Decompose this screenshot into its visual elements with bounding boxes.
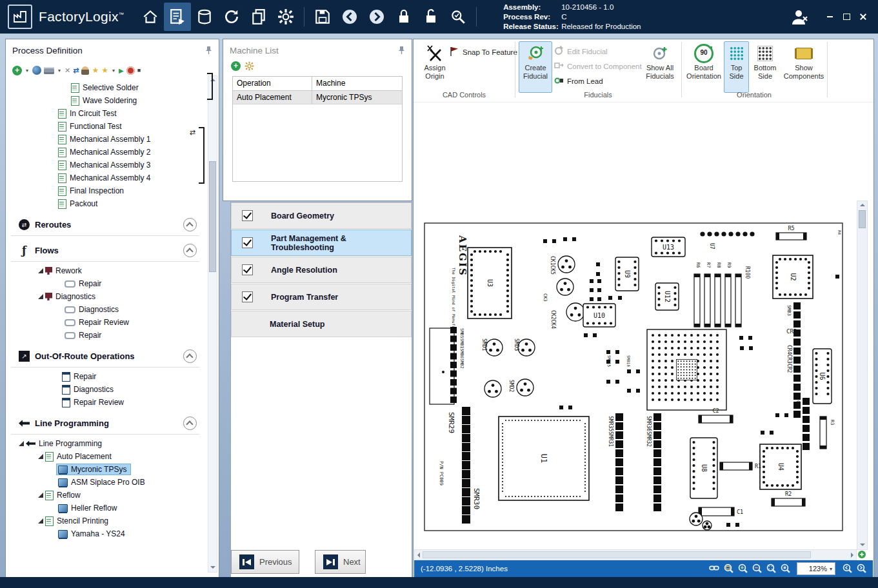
board-orientation-button[interactable]: 90 Board Orientation <box>685 41 723 93</box>
star-icon[interactable]: ★ <box>92 66 99 75</box>
tree-item-stencil-printing[interactable]: Stencil Printing <box>6 514 205 527</box>
add-icon[interactable]: + <box>12 66 22 75</box>
settings-icon[interactable] <box>272 3 299 31</box>
tree-item-reflow[interactable]: Reflow <box>6 489 205 502</box>
tree-item-mycronic-tpsys[interactable]: Mycronic TPSys <box>6 463 205 476</box>
print-icon[interactable] <box>44 67 54 74</box>
user-logout-icon[interactable] <box>786 4 812 30</box>
audit-search-icon[interactable] <box>444 3 472 31</box>
star-icon[interactable]: ★ <box>101 66 108 75</box>
zoom-in-icon[interactable] <box>737 563 748 574</box>
tree-item-wave-soldering[interactable]: Wave Soldering <box>6 94 205 107</box>
unlock-icon[interactable] <box>417 3 444 31</box>
tree-item-repair[interactable]: Repair <box>6 277 205 290</box>
zoom-full-icon[interactable] <box>857 550 866 559</box>
zoom-extents-icon[interactable] <box>766 563 776 574</box>
lock-icon[interactable] <box>390 3 417 31</box>
tree-item-line-programming[interactable]: Line Programming <box>6 437 205 450</box>
scroll-down-icon[interactable] <box>210 566 215 569</box>
start-icon[interactable]: ▶ <box>119 67 124 74</box>
globe-icon[interactable] <box>32 66 41 75</box>
process-tree-scrollbar[interactable] <box>208 75 217 573</box>
column-header-machine[interactable]: Machine <box>312 77 402 90</box>
tree-item-mechanical-assembly-3[interactable]: Mechanical Assembly 3 <box>6 159 205 172</box>
tree-item-functional-test[interactable]: Functional Test <box>6 120 205 133</box>
collapse-out-of-route-button[interactable] <box>183 349 197 363</box>
zoom-previous-icon[interactable] <box>842 563 852 574</box>
expand-arrow-icon[interactable] <box>37 518 44 524</box>
tree-item-diagnostics[interactable]: Diagnostics <box>6 290 205 303</box>
checkbox-icon[interactable] <box>242 264 253 275</box>
checkbox-icon[interactable] <box>242 210 253 221</box>
tree-item-final-inspection[interactable]: Final Inspection <box>6 184 205 197</box>
caret-icon[interactable]: ▾ <box>25 68 30 74</box>
tree-item-asm-siplace-pro-oib[interactable]: ASM Siplace Pro OIB <box>6 476 205 489</box>
create-fiducial-button[interactable]: Create Fiducial <box>519 41 552 93</box>
home-icon[interactable] <box>137 3 164 31</box>
checkbox-icon[interactable] <box>242 237 253 248</box>
section-line-programming[interactable]: Line Programming <box>11 414 199 435</box>
section-flows[interactable]: ƒ Flows <box>11 241 199 262</box>
zoom-window-icon[interactable] <box>723 563 733 574</box>
forward-icon[interactable] <box>363 3 390 31</box>
scroll-left-icon[interactable] <box>417 553 420 558</box>
save-icon[interactable] <box>309 3 336 31</box>
next-button[interactable]: Next <box>315 550 366 574</box>
machine-row[interactable]: Auto PlacementMycronic TPSys <box>233 91 402 104</box>
show-components-button[interactable]: Show Components <box>783 41 825 93</box>
tree-item-mechanical-assembly-2[interactable]: Mechanical Assembly 2 <box>6 146 205 159</box>
collapse-line-programming-button[interactable] <box>183 416 197 430</box>
tree-item-heller-reflow[interactable]: Heller Reflow <box>6 502 205 514</box>
tree-item-mechanical-assembly-1[interactable]: Mechanical Assembly 1 <box>6 133 205 146</box>
sync-icon[interactable] <box>218 3 245 31</box>
pin-icon[interactable] <box>398 46 405 57</box>
close-button[interactable] <box>855 10 872 24</box>
stop-icon[interactable] <box>126 66 135 75</box>
section-reroutes[interactable]: ⇄ Reroutes <box>11 215 199 236</box>
gear-icon[interactable] <box>244 61 254 71</box>
checklist-item-board-geometry[interactable]: Board Geometry <box>231 202 412 229</box>
scroll-down-icon[interactable] <box>860 544 865 546</box>
snap-to-feature-button[interactable]: Snap To Feature <box>450 46 517 58</box>
collapse-reroutes-button[interactable] <box>183 218 197 231</box>
top-side-button[interactable]: Top Side <box>724 41 749 93</box>
scroll-up-icon[interactable] <box>860 204 865 206</box>
expand-arrow-icon[interactable] <box>37 493 44 498</box>
expand-arrow-icon[interactable] <box>37 268 44 273</box>
cad-viewport[interactable]: AEGISThe Digital Mind of Manufacturing™P… <box>414 201 855 549</box>
minimize-button[interactable] <box>821 10 838 24</box>
back-icon[interactable] <box>336 3 363 31</box>
zoom-level-select[interactable]: 123%▾ <box>797 562 835 575</box>
user-icon[interactable] <box>81 66 89 75</box>
expand-arrow-icon[interactable] <box>17 441 25 446</box>
column-header-operation[interactable]: Operation <box>233 77 312 90</box>
scroll-thumb[interactable] <box>209 161 216 272</box>
tree-item-repair-review[interactable]: Repair Review <box>6 396 205 409</box>
expand-arrow-icon[interactable] <box>37 454 44 459</box>
zoom-out-icon[interactable] <box>752 563 762 574</box>
maximize-button[interactable] <box>838 10 855 24</box>
link-zoom-icon[interactable] <box>709 563 719 574</box>
canvas-vscrollbar[interactable] <box>857 201 868 550</box>
section-out-of-route[interactable]: ↗ Out-Of-Route Operations <box>11 347 199 368</box>
collapse-flows-button[interactable] <box>183 244 197 257</box>
expand-arrow-icon[interactable] <box>37 294 44 299</box>
checklist-item-angle-resolution[interactable]: Angle Resolution <box>231 257 412 283</box>
checklist-item-program-transfer[interactable]: Program Transfer <box>231 284 412 310</box>
caret-icon[interactable]: ▾ <box>57 68 62 74</box>
tree-item-diagnostics[interactable]: Diagnostics <box>6 303 205 316</box>
caret-icon[interactable]: ▾ <box>111 68 116 74</box>
materials-icon[interactable] <box>191 3 218 31</box>
zoom-next-icon[interactable] <box>856 563 866 574</box>
tree-item-repair-review[interactable]: Repair Review <box>6 316 205 329</box>
tree-item-rework[interactable]: Rework <box>6 264 205 277</box>
checklist-item-part-management-troubleshooting[interactable]: Part Management & Troubleshooting <box>231 230 412 256</box>
tree-item-diagnostics[interactable]: Diagnostics <box>6 383 205 396</box>
add-icon[interactable]: + <box>231 61 241 71</box>
end-icon[interactable]: ■ <box>137 67 141 74</box>
process-definition-icon[interactable] <box>164 3 191 31</box>
assign-origin-button[interactable]: Assign Origin <box>416 41 454 93</box>
canvas-hscrollbar[interactable] <box>414 549 857 560</box>
previous-button[interactable]: Previous <box>231 550 299 574</box>
from-lead-button[interactable]: From Lead <box>554 75 603 86</box>
